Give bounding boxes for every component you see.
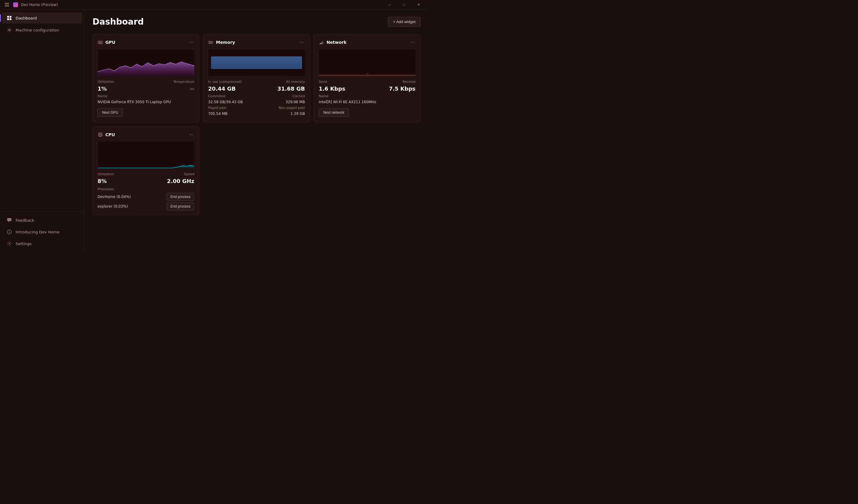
memory-paged-label: Paged pool xyxy=(208,106,226,110)
gpu-temperature-value: -- xyxy=(190,85,194,92)
introducing-icon xyxy=(6,229,12,234)
close-button[interactable]: ✕ xyxy=(412,0,425,10)
bottom-widgets-grid: CPU ··· xyxy=(93,126,420,215)
network-send-value: 1.6 Kbps xyxy=(319,85,346,92)
sidebar-item-introducing[interactable]: Introducing Dev Home xyxy=(2,226,82,238)
memory-widget: Memory ··· In use (compressed) All memor… xyxy=(203,34,310,123)
gpu-utilization-value: 1% xyxy=(98,85,107,92)
cpu-speed-label: Speed xyxy=(184,172,194,176)
memory-committed-value: 32.58 GB/39.43 GB xyxy=(208,100,242,104)
top-widgets-grid: GPU ··· xyxy=(93,34,420,123)
next-gpu-button[interactable]: Next GPU xyxy=(98,108,123,117)
gpu-temperature-label: Temperature xyxy=(174,80,194,84)
svg-rect-8 xyxy=(99,42,101,43)
memory-labels-row: In use (compressed) All memory xyxy=(208,80,305,84)
gpu-values-row: 1% -- xyxy=(98,85,194,92)
settings-icon xyxy=(6,241,12,246)
cpu-menu-button[interactable]: ··· xyxy=(188,131,194,138)
sidebar-item-feedback[interactable]: Feedback xyxy=(2,214,82,226)
feedback-label: Feedback xyxy=(16,218,34,223)
cpu-utilization-label: Utilization xyxy=(98,172,114,176)
end-process-devhome-button[interactable]: End process xyxy=(166,193,194,201)
gpu-name-label: Name xyxy=(98,94,107,98)
gpu-utilization-label: Utilization xyxy=(98,80,114,84)
machine-config-icon xyxy=(6,27,12,33)
hamburger-button[interactable] xyxy=(4,2,10,7)
titlebar: Dev Home (Preview) ─ □ ✕ xyxy=(0,0,429,10)
memory-paged-value: 705.54 MB xyxy=(208,112,227,116)
process-row-explorer: explorer (0.03%) End process xyxy=(98,202,194,210)
next-network-button[interactable]: Next network xyxy=(319,108,349,117)
memory-title: Memory xyxy=(216,40,235,45)
memory-icon xyxy=(208,39,213,45)
gpu-name-value-row: NVIDIA GeForce RTX 3050 Ti Laptop GPU xyxy=(98,100,194,104)
svg-rect-3 xyxy=(10,18,12,20)
network-name-value: Intel[R] Wi-Fi 6E AX211 160MHz xyxy=(319,100,376,104)
network-receive-value: 7.5 Kbps xyxy=(389,85,415,92)
network-title-row: Network xyxy=(319,39,347,45)
memory-widget-header: Memory ··· xyxy=(208,39,305,46)
app-title: Dev Home (Preview) xyxy=(21,3,58,7)
gpu-name-value: NVIDIA GeForce RTX 3050 Ti Laptop GPU xyxy=(98,100,171,104)
cpu-widget: CPU ··· xyxy=(93,126,199,215)
svg-rect-12 xyxy=(209,42,213,43)
gpu-utilization-row: Utilization Temperature xyxy=(98,80,194,84)
machine-config-label: Machine configuration xyxy=(16,28,59,32)
memory-committed-label: Commited xyxy=(208,94,225,98)
network-name-label-row: Name xyxy=(319,94,415,98)
memory-in-use-label: In use (compressed) xyxy=(208,80,242,84)
cpu-labels-row: Utilization Speed xyxy=(98,172,194,176)
memory-cached-label: Cached xyxy=(292,94,305,98)
network-icon xyxy=(319,39,324,45)
end-process-explorer-button[interactable]: End process xyxy=(166,202,194,210)
network-menu-button[interactable]: ··· xyxy=(409,39,415,46)
network-title: Network xyxy=(327,40,347,45)
gpu-widget-header: GPU ··· xyxy=(98,39,194,46)
settings-label: Settings xyxy=(16,242,32,246)
app-icon xyxy=(13,2,18,7)
maximize-button[interactable]: □ xyxy=(397,0,411,10)
cpu-title: CPU xyxy=(105,132,115,137)
memory-pool-labels-row: Paged pool Non-paged pool xyxy=(208,106,305,110)
svg-point-4 xyxy=(9,29,10,31)
memory-nonpaged-label: Non-paged pool xyxy=(279,106,305,110)
cpu-icon xyxy=(98,132,103,137)
svg-rect-1 xyxy=(10,16,12,18)
cpu-title-row: CPU xyxy=(98,132,115,137)
memory-committed-values-row: 32.58 GB/39.43 GB 329.98 MB xyxy=(208,100,305,104)
sidebar-item-settings[interactable]: Settings xyxy=(2,238,82,249)
sidebar-bottom: Feedback Introducing Dev Home xyxy=(0,211,84,249)
network-values-row: 1.6 Kbps 7.5 Kbps xyxy=(319,85,415,92)
svg-rect-19 xyxy=(321,42,322,44)
network-name-value-row: Intel[R] Wi-Fi 6E AX211 160MHz xyxy=(319,100,415,104)
window-controls: ─ □ ✕ xyxy=(383,0,425,10)
sidebar-item-dashboard[interactable]: Dashboard xyxy=(2,12,82,24)
process-devhome-name: DevHome (0.04%) xyxy=(98,195,131,199)
titlebar-left: Dev Home (Preview) xyxy=(4,2,58,7)
network-widget: Network ··· Send Receive 1.6 Kbps 7.5 xyxy=(314,34,420,123)
memory-committed-row: Commited Cached xyxy=(208,94,305,98)
minimize-button[interactable]: ─ xyxy=(383,0,397,10)
sidebar-item-machine-configuration[interactable]: Machine configuration xyxy=(2,24,82,36)
dashboard-label: Dashboard xyxy=(16,16,37,20)
network-name-label: Name xyxy=(319,94,329,98)
gpu-title-row: GPU xyxy=(98,39,115,45)
network-widget-header: Network ··· xyxy=(319,39,415,46)
gpu-menu-button[interactable]: ··· xyxy=(188,39,194,46)
add-widget-button[interactable]: + Add widget xyxy=(388,17,420,27)
memory-chart xyxy=(208,49,305,76)
main-header: Dashboard + Add widget xyxy=(93,17,420,27)
cpu-chart xyxy=(98,142,194,168)
memory-in-use-value: 20.44 GB xyxy=(208,85,236,92)
memory-pool-values-row: 705.54 MB 1.39 GB xyxy=(208,112,305,116)
svg-rect-0 xyxy=(7,16,9,18)
cpu-values-row: 8% 2.00 GHz xyxy=(98,178,194,184)
memory-menu-button[interactable]: ··· xyxy=(298,39,305,46)
memory-all-value: 31.68 GB xyxy=(277,85,305,92)
svg-rect-20 xyxy=(322,42,323,44)
processes-label: Processes xyxy=(98,187,194,191)
page-title: Dashboard xyxy=(93,17,144,27)
memory-title-row: Memory xyxy=(208,39,235,45)
app-layout: Dashboard Machine configuration Feedback xyxy=(0,10,429,252)
introducing-label: Introducing Dev Home xyxy=(16,230,60,234)
